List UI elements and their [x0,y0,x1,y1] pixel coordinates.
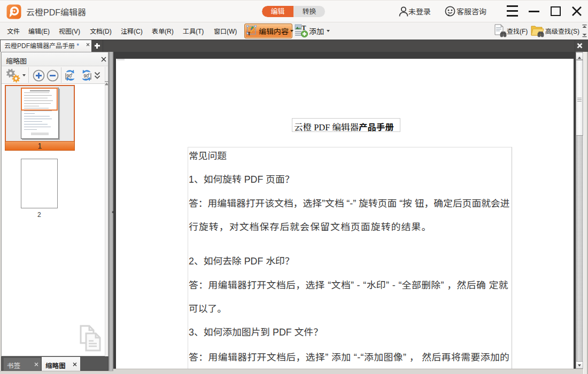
svg-text:T: T [302,24,306,32]
svg-text:90: 90 [84,73,89,79]
